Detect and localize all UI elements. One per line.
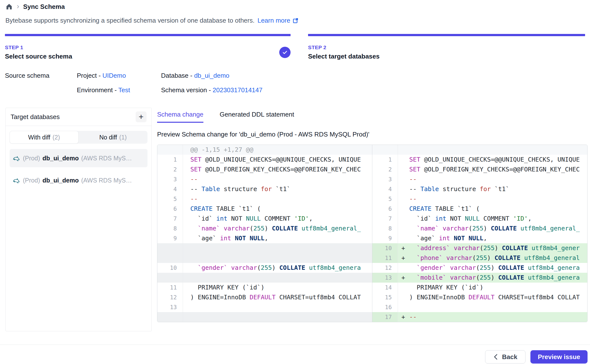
mysql-icon xyxy=(13,177,20,184)
line-number: 12 xyxy=(157,292,183,302)
tab-schema-change[interactable]: Schema change xyxy=(157,111,203,123)
diff-sign xyxy=(398,214,409,224)
code-line: -- Table structure for `t1` xyxy=(183,184,372,194)
diff-sign: + xyxy=(398,243,409,253)
line-number: 15 xyxy=(372,292,398,302)
diff-row: 7 `id` int NOT NULL COMMENT 'ID', xyxy=(157,214,372,224)
source-field-name: Schema version - xyxy=(161,86,213,94)
line-number: 10 xyxy=(157,263,183,273)
learn-more-label[interactable]: Learn more xyxy=(258,17,290,24)
code-line xyxy=(183,243,372,253)
home-icon[interactable] xyxy=(5,3,13,10)
diff-sign xyxy=(398,263,409,273)
diff-pane-target[interactable]: 1SET @OLD_UNIQUE_CHECKS=@@UNIQUE_CHECKS,… xyxy=(372,145,587,322)
database-instance: (AWS RDS MyS… xyxy=(81,155,132,162)
diff-row xyxy=(157,273,372,283)
code-line: PRIMARY KEY (`id`) xyxy=(183,283,372,292)
diff-row: 10+ `address` varchar(255) COLLATE utf8m… xyxy=(372,243,587,253)
step-2-progress-bar xyxy=(308,34,585,36)
line-number: 10 xyxy=(372,243,398,253)
line-number: 13 xyxy=(157,302,183,312)
database-environment: (Prod) xyxy=(23,155,40,162)
diff-row: 2SET @OLD_FOREIGN_KEY_CHECKS=@@FOREIGN_K… xyxy=(157,165,372,174)
database-instance: (AWS RDS MyS… xyxy=(81,177,132,184)
source-fields: Project - UIDemoDatabase - db_ui_demoEnv… xyxy=(77,72,262,94)
source-schema-summary: Source schema Project - UIDemoDatabase -… xyxy=(5,72,262,94)
line-number: 8 xyxy=(157,224,183,233)
footer-divider xyxy=(0,345,590,345)
diff-row xyxy=(157,243,372,253)
filter-tab-with-diff[interactable]: With diff(2) xyxy=(10,131,79,144)
code-line: `name` varchar(255) COLLATE utf8mb4_gene… xyxy=(183,224,372,233)
source-field-value[interactable]: Test xyxy=(118,86,130,94)
target-database-list: (Prod)db_ui_demo(AWS RDS MyS…(Prod)db_ui… xyxy=(6,149,151,189)
line-number xyxy=(372,145,398,155)
sync-schema-page: › Sync Schema Bytebase supports synchron… xyxy=(0,0,590,364)
line-number xyxy=(157,243,183,253)
preview-tabs: Schema changeGenerated DDL statement xyxy=(157,111,588,123)
add-target-database-button[interactable]: + xyxy=(136,111,147,122)
line-number: 5 xyxy=(372,194,398,204)
target-database-item[interactable]: (Prod)db_ui_demo(AWS RDS MyS… xyxy=(10,149,148,167)
source-field: Database - db_ui_demo xyxy=(161,72,262,79)
code-line: `age` int NOT NULL, xyxy=(409,233,587,243)
diff-sign xyxy=(398,194,409,204)
code-line xyxy=(183,302,372,312)
filter-tab-label: No diff xyxy=(99,134,117,141)
schema-diff-viewer: @@ -1,15 +1,27 @@1SET @OLD_UNIQUE_CHECKS… xyxy=(157,145,588,322)
tab-generated-ddl-statement[interactable]: Generated DDL statement xyxy=(220,111,294,123)
back-button-label: Back xyxy=(502,353,517,361)
code-line: PRIMARY KEY (`id`) xyxy=(409,283,587,292)
learn-more-link[interactable]: Learn more xyxy=(258,17,299,24)
source-field-value[interactable]: db_ui_demo xyxy=(194,72,229,79)
line-number: 6 xyxy=(372,204,398,214)
code-line: @@ -1,15 +1,27 @@ xyxy=(183,145,372,155)
line-number: 7 xyxy=(157,214,183,224)
diff-sign xyxy=(398,184,409,194)
line-number: 14 xyxy=(372,283,398,292)
source-field: Schema version - 20230317014147 xyxy=(161,86,262,94)
preview-issue-button[interactable]: Preview issue xyxy=(530,350,588,364)
code-line: CREATE TABLE `t1` ( xyxy=(183,204,372,214)
line-number: 17 xyxy=(372,312,398,322)
step-indicator: STEP 1 Select source schema STEP 2 Selec… xyxy=(5,34,585,60)
line-number: 3 xyxy=(157,174,183,184)
target-databases-title: Target databases xyxy=(11,113,60,121)
diff-row: 6CREATE TABLE `t1` ( xyxy=(372,204,587,214)
diff-pane-source[interactable]: @@ -1,15 +1,27 @@1SET @OLD_UNIQUE_CHECKS… xyxy=(157,145,372,322)
code-line: -- Table structure for `t1` xyxy=(409,184,587,194)
back-button[interactable]: Back xyxy=(485,350,525,364)
code-line: `name` varchar(255) COLLATE utf8mb4_gene… xyxy=(409,224,587,233)
line-number: 11 xyxy=(157,283,183,292)
target-database-item[interactable]: (Prod)db_ui_demo(AWS RDS MyS… xyxy=(10,171,148,189)
diff-row: 4-- Table structure for `t1` xyxy=(157,184,372,194)
diff-row: 5-- xyxy=(157,194,372,204)
source-field-value[interactable]: 20230317014147 xyxy=(213,86,262,94)
line-number xyxy=(157,273,183,283)
source-field-name: Environment - xyxy=(77,86,118,94)
diff-row: 13 xyxy=(157,302,372,312)
diff-row: 1SET @OLD_UNIQUE_CHECKS=@@UNIQUE_CHECKS,… xyxy=(157,155,372,165)
filter-tab-no-diff[interactable]: No diff(1) xyxy=(79,131,148,144)
code-line: SET @OLD_FOREIGN_KEY_CHECKS=@@FOREIGN_KE… xyxy=(409,165,587,174)
diff-row xyxy=(157,253,372,263)
step-2-label: STEP 2 xyxy=(308,45,379,50)
diff-sign xyxy=(398,165,409,174)
line-number: 2 xyxy=(372,165,398,174)
code-line: ) ENGINE=InnoDB DEFAULT CHARSET=utf8mb4 … xyxy=(183,292,372,302)
source-schema-label: Source schema xyxy=(5,72,77,94)
line-number: 9 xyxy=(157,233,183,243)
diff-filter-tabs: With diff(2)No diff(1) xyxy=(10,131,148,144)
source-field-value[interactable]: UIDemo xyxy=(102,72,126,79)
diff-row: 3-- xyxy=(372,174,587,184)
code-line xyxy=(183,273,372,283)
diff-sign xyxy=(398,174,409,184)
diff-row xyxy=(372,145,587,155)
code-line: SET @OLD_UNIQUE_CHECKS=@@UNIQUE_CHECKS, … xyxy=(409,155,587,165)
diff-row: 16 xyxy=(372,302,587,312)
code-line: `id` int NOT NULL COMMENT 'ID', xyxy=(183,214,372,224)
diff-sign xyxy=(398,204,409,214)
line-number: 1 xyxy=(372,155,398,165)
code-line xyxy=(409,145,587,155)
diff-row: 4-- Table structure for `t1` xyxy=(372,184,587,194)
